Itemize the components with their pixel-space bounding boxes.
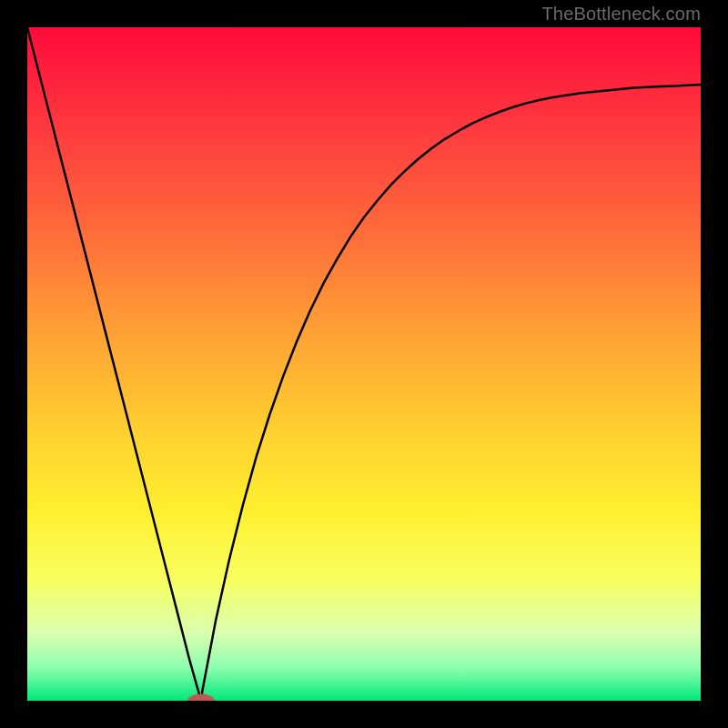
- watermark-text: TheBottleneck.com: [541, 4, 701, 25]
- chart-background: [27, 27, 701, 701]
- bottleneck-chart: [27, 27, 701, 701]
